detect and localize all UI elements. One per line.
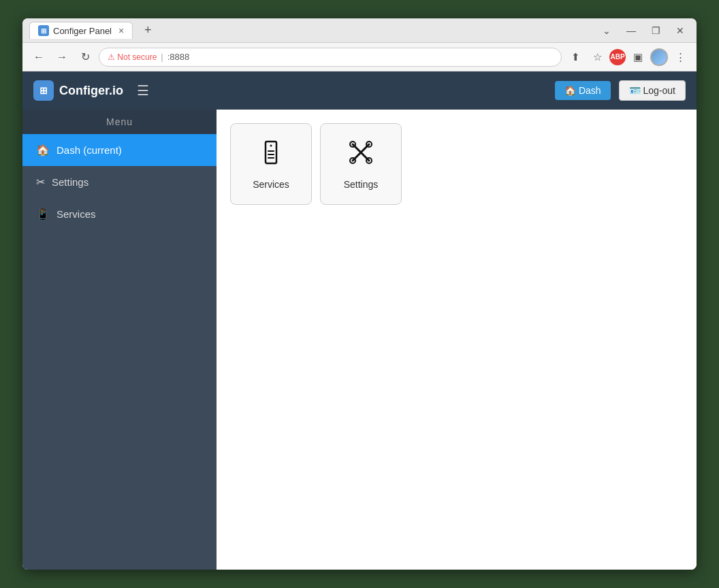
sidebar: Menu 🏠 Dash (current) ✂ Settings 📱 Servi… [22,110,217,570]
address-separator: | [161,52,163,62]
svg-rect-3 [268,154,274,155]
title-bar: ⊞ Configer Panel × + ⌄ — ❐ ✕ [22,18,697,43]
tab-close-button[interactable]: × [118,25,124,36]
profile-icon[interactable] [650,48,668,66]
card-settings-label: Settings [344,179,379,190]
services-icon: 📱 [36,208,50,220]
svg-point-1 [270,144,272,146]
share-icon[interactable]: ⬆ [566,48,585,67]
bookmark-icon[interactable]: ☆ [588,48,607,67]
sidebar-menu-label: Menu [22,110,217,134]
new-tab-button[interactable]: + [138,21,157,40]
logo-text: Configer.io [59,84,123,98]
sidebar-item-services[interactable]: 📱 Services [22,198,217,230]
sidebar-item-dash[interactable]: 🏠 Dash (current) [22,134,217,166]
logo-icon: ⊞ [33,80,54,101]
not-secure-indicator: ⚠ Not secure [108,52,157,62]
card-services-label: Services [253,179,289,190]
svg-rect-4 [268,157,274,159]
settings-icon: ✂ [36,176,45,189]
address-input[interactable]: ⚠ Not secure | :8888 [99,48,562,67]
sidebar-item-settings-label: Settings [52,176,89,188]
win-minimize-button[interactable]: — [622,21,641,40]
header-dash-button[interactable]: 🏠 Dash [555,81,611,100]
main-content: Services [217,110,697,570]
nav-reload-button[interactable]: ↻ [76,48,95,67]
nav-forward-button[interactable]: → [52,48,71,67]
card-services[interactable]: Services [230,123,312,205]
app-container: ⊞ Configer.io ☰ 🏠 Dash 🪪 Log-out Menu 🏠 … [22,71,697,570]
app-header: ⊞ Configer.io ☰ 🏠 Dash 🪪 Log-out [22,71,697,110]
card-services-icon [257,139,285,172]
hamburger-menu[interactable]: ☰ [137,82,149,99]
card-settings[interactable]: Settings [320,123,402,205]
browser-window: ⊞ Configer Panel × + ⌄ — ❐ ✕ ← → ↻ ⚠ Not… [22,18,697,570]
sidebar-toggle-icon[interactable]: ▣ [628,48,648,67]
address-url: :8888 [167,52,190,62]
win-close-button[interactable]: ✕ [671,21,690,40]
win-dropdown-button[interactable]: ⌄ [597,21,616,40]
win-restore-button[interactable]: ❐ [646,21,665,40]
nav-back-button[interactable]: ← [29,48,48,67]
dash-icon: 🏠 [36,144,50,157]
sidebar-item-settings[interactable]: ✂ Settings [22,166,217,198]
browser-tab[interactable]: ⊞ Configer Panel × [29,22,133,39]
header-logout-button[interactable]: 🪪 Log-out [619,80,686,101]
app-logo: ⊞ Configer.io [33,80,123,101]
tab-favicon: ⊞ [38,25,49,36]
tab-title: Configer Panel [53,26,112,36]
cards-grid: Services [230,123,683,205]
menu-icon[interactable]: ⋮ [671,48,690,67]
sidebar-item-dash-label: Dash (current) [57,144,122,156]
address-bar: ← → ↻ ⚠ Not secure | :8888 ⬆ ☆ ABP ▣ ⋮ [22,43,697,71]
toolbar-icons: ⬆ ☆ ABP ▣ ⋮ [566,48,690,67]
sidebar-item-services-label: Services [57,208,96,220]
svg-rect-2 [268,150,274,152]
window-controls: ⌄ — ❐ ✕ [597,21,690,40]
card-settings-icon [347,139,374,172]
abp-icon[interactable]: ABP [609,49,626,65]
content-area: Menu 🏠 Dash (current) ✂ Settings 📱 Servi… [22,110,697,570]
